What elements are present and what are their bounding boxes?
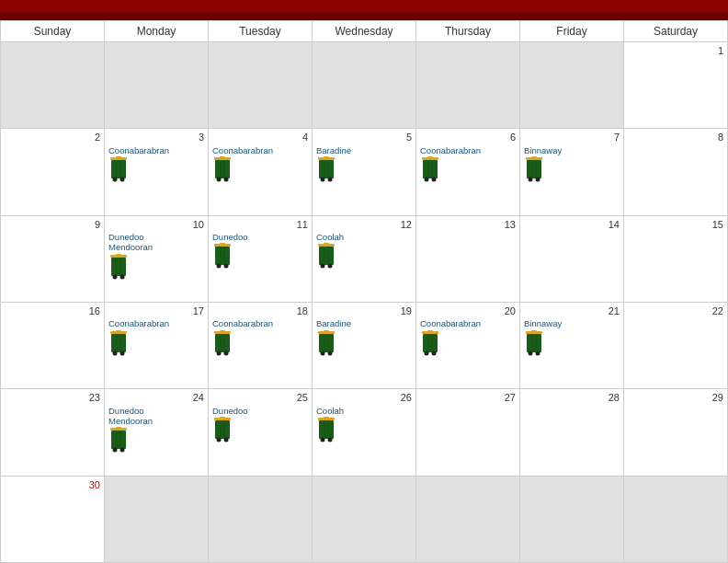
day-number: 27 [420,391,516,404]
svg-point-73 [321,350,325,355]
day-cell: 23 [1,389,105,476]
svg-rect-79 [423,334,438,352]
day-cell [105,477,209,563]
svg-point-60 [120,350,125,355]
day-cell [105,42,209,129]
svg-rect-29 [531,156,537,158]
svg-point-24 [425,178,429,182]
day-cell: 8 [624,129,728,215]
day-cell: 2 [1,129,105,215]
town-label: Coonabarabran [212,145,273,155]
svg-point-74 [328,350,333,355]
svg-rect-106 [324,417,329,419]
day-cell: 21Binnaway [520,303,624,389]
bin-icon [420,330,440,356]
day-header-friday: Friday [520,21,624,42]
svg-point-17 [321,178,325,182]
day-number: 17 [108,304,204,317]
svg-point-32 [536,178,540,182]
week-row-4: 1617Coonabarabran 18Coonabarabran 19Bara… [1,303,728,389]
svg-rect-72 [319,334,334,352]
town-label: Coonabarabran [108,145,169,155]
day-number: 24 [108,391,204,404]
day-number: 30 [5,478,100,491]
cell-content: Dunedoo Mendooran [108,232,204,280]
day-number: 9 [5,218,100,231]
svg-point-94 [113,448,118,453]
town-label: Baradine [316,318,351,328]
day-number: 8 [628,131,723,144]
svg-rect-92 [116,427,121,429]
day-cell: 22 [624,303,728,389]
svg-rect-22 [427,156,433,158]
cell-content: Dunedoo [212,232,308,269]
svg-point-11 [224,178,229,182]
svg-point-39 [120,274,125,279]
cell-content: Binnaway [524,318,620,355]
cell-content: Dunedoo Mendooran [108,406,204,454]
day-number: 10 [108,218,204,231]
week-row-3: 910Dunedoo Mendooran 11Dunedoo 12Coolah [1,216,728,303]
svg-rect-2 [111,160,126,178]
day-number: 14 [524,218,620,231]
cell-content: Coonabarabran [420,318,516,355]
svg-point-66 [217,350,222,355]
svg-point-59 [113,350,118,355]
day-cell: 14 [520,216,624,303]
cell-content: Baradine [316,318,412,355]
day-number: 5 [316,131,412,144]
town-label: Binnaway [524,318,562,328]
bin-icon [316,330,336,356]
cell-content: Coonabarabran [108,145,204,182]
svg-point-18 [328,178,333,182]
week-row-1: 1 [1,42,728,129]
svg-rect-23 [423,160,438,178]
week-row-2: 23Coonabarabran 4Coonabarabran 5Baradine [1,129,728,215]
cell-content: Binnaway [524,145,620,182]
day-cell [624,477,728,563]
day-header-wednesday: Wednesday [313,21,416,42]
day-number: 18 [212,304,308,317]
day-number: 3 [108,131,204,144]
bin-icon [108,254,129,280]
day-cell: 3Coonabarabran [105,129,209,215]
day-number: 25 [212,391,308,404]
day-cell [416,477,520,563]
day-cell: 20Coonabarabran [416,303,520,389]
weeks-container: 123Coonabarabran 4Coonabarabran 5Baradin… [1,42,728,563]
bin-icon [316,417,336,442]
svg-rect-71 [324,330,329,332]
day-number: 19 [316,304,412,317]
svg-rect-86 [527,334,541,352]
bin-icon [420,156,440,182]
svg-rect-57 [116,330,121,332]
bin-icon [524,156,544,182]
svg-point-38 [113,274,118,279]
town-label: Dunedoo [212,406,248,416]
day-cell [209,42,313,129]
town-label: Coonabarabran [108,318,169,328]
bin-icon [212,156,233,182]
svg-point-102 [224,438,229,442]
day-header-saturday: Saturday [624,21,728,42]
day-number: 28 [524,391,620,404]
svg-point-88 [536,350,540,355]
day-number: 15 [628,218,723,231]
day-cell [209,477,313,563]
cell-content: Coolah [316,232,412,269]
town-label: Coolah [316,406,344,416]
cell-content: Baradine [316,145,412,182]
svg-rect-8 [220,156,225,158]
svg-rect-36 [116,254,121,256]
day-number: 23 [5,391,100,404]
svg-rect-16 [319,160,334,178]
day-cell: 27 [416,389,520,476]
day-cell: 17Coonabarabran [105,303,209,389]
header-divider [0,13,728,20]
svg-point-4 [120,178,125,182]
svg-rect-30 [527,160,541,178]
svg-point-46 [224,264,229,269]
calendar-grid: SundayMondayTuesdayWednesdayThursdayFrid… [0,20,728,563]
calendar-header [0,0,728,13]
day-header-thursday: Thursday [416,21,520,42]
